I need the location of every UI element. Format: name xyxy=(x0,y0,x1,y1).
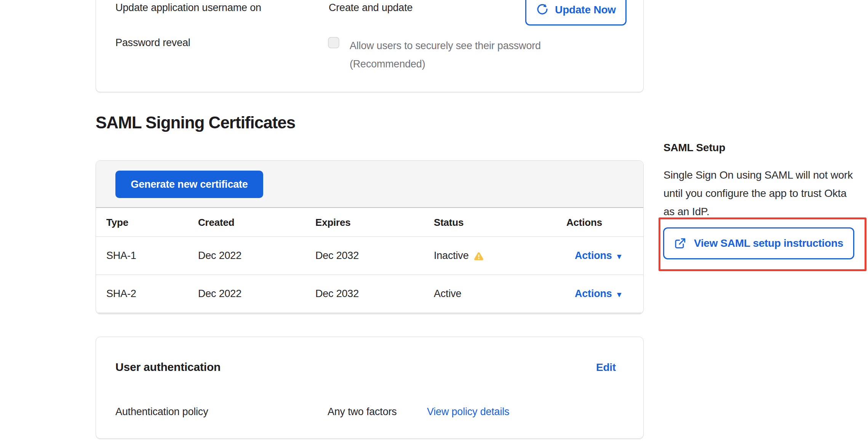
user-authentication-title: User authentication xyxy=(115,361,221,374)
actions-dropdown[interactable]: Actions ▾ xyxy=(575,250,621,262)
checkbox-label-line2: (Recommended) xyxy=(350,55,541,73)
username-update-label: Update application username on xyxy=(115,2,261,14)
cert-actions-cell: Actions ▾ xyxy=(562,237,643,275)
status-text: Active xyxy=(434,288,461,300)
checkbox-label-line1: Allow users to securely see their passwo… xyxy=(350,37,541,55)
password-reveal-checkbox[interactable] xyxy=(328,37,339,48)
update-now-button[interactable]: Update Now xyxy=(525,0,627,26)
table-row: SHA-1 Dec 2022 Dec 2032 Inactive xyxy=(96,237,643,275)
certificates-table: Type Created Expires Status Actions SHA-… xyxy=(96,209,643,313)
cert-created: Dec 2022 xyxy=(189,275,307,313)
username-update-value: Create and update xyxy=(329,2,412,14)
view-policy-details-link[interactable]: View policy details xyxy=(427,406,509,418)
cert-type: SHA-2 xyxy=(96,275,189,313)
chevron-down-icon: ▾ xyxy=(617,290,621,298)
actions-dropdown[interactable]: Actions ▾ xyxy=(575,288,621,300)
chevron-down-icon: ▾ xyxy=(617,252,621,260)
actions-label: Actions xyxy=(575,250,612,262)
table-toolbar: Generate new certificate xyxy=(96,161,643,208)
generate-new-certificate-button[interactable]: Generate new certificate xyxy=(115,171,263,198)
cert-type: SHA-1 xyxy=(96,237,189,275)
cert-status-cell: Inactive xyxy=(426,237,562,275)
annotation-highlight-box: View SAML setup instructions xyxy=(659,217,866,271)
table-row: SHA-2 Dec 2022 Dec 2032 Active Actions ▾ xyxy=(96,275,643,313)
column-header-actions: Actions xyxy=(562,209,643,237)
update-now-label: Update Now xyxy=(555,4,616,16)
cert-status-cell: Active xyxy=(426,275,562,313)
authentication-policy-value: Any two factors xyxy=(328,406,397,418)
cert-created: Dec 2022 xyxy=(189,237,307,275)
column-header-expires: Expires xyxy=(307,209,426,237)
saml-certificates-card: Generate new certificate Type Created Ex… xyxy=(96,160,644,314)
password-reveal-checkbox-label: Allow users to securely see their passwo… xyxy=(350,37,541,73)
saml-setup-title: SAML Setup xyxy=(663,142,725,154)
warning-icon xyxy=(474,252,484,261)
external-link-icon xyxy=(674,237,686,249)
column-header-status: Status xyxy=(426,209,562,237)
password-reveal-label: Password reveal xyxy=(115,37,190,49)
user-authentication-card: User authentication Edit Authentication … xyxy=(96,337,644,439)
view-saml-label: View SAML setup instructions xyxy=(694,237,843,249)
column-header-type: Type xyxy=(96,209,189,237)
table-header-row: Type Created Expires Status Actions xyxy=(96,209,643,237)
saml-setup-description: Single Sign On using SAML will not work … xyxy=(663,166,856,221)
cert-actions-cell: Actions ▾ xyxy=(562,275,643,313)
refresh-icon xyxy=(536,3,549,16)
cert-expires: Dec 2032 xyxy=(307,237,426,275)
status-text: Inactive xyxy=(434,250,468,262)
edit-link[interactable]: Edit xyxy=(596,361,616,374)
column-header-created: Created xyxy=(189,209,307,237)
view-saml-setup-instructions-button[interactable]: View SAML setup instructions xyxy=(663,227,854,259)
actions-label: Actions xyxy=(575,288,612,300)
sign-on-settings-card: Update application username on Create an… xyxy=(96,0,644,92)
cert-expires: Dec 2032 xyxy=(307,275,426,313)
authentication-policy-label: Authentication policy xyxy=(115,406,208,418)
page-title: SAML Signing Certificates xyxy=(96,113,295,132)
